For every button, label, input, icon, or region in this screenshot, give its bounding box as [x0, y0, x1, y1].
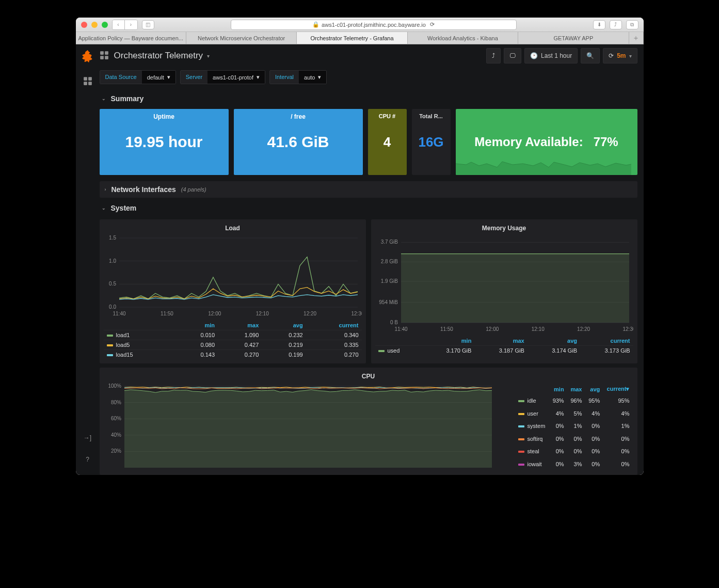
var-interval[interactable]: Interval auto▾	[269, 70, 327, 84]
browser-tab-1[interactable]: Network Microservice Orchestrator	[186, 32, 297, 44]
grafana-sidebar: →] ?	[76, 44, 100, 475]
browser-tab-2[interactable]: Orchestrator Telemetry - Grafana	[297, 32, 407, 44]
back-button[interactable]: ‹	[113, 20, 125, 29]
panel-title: Memory Usage	[375, 223, 633, 235]
var-data-source[interactable]: Data Source default▾	[100, 70, 176, 84]
panel-title: Uptime	[100, 113, 229, 120]
svg-text:0.0: 0.0	[109, 304, 116, 310]
lock-icon: 🔒	[312, 21, 319, 28]
panel-value: 77%	[594, 135, 618, 149]
traffic-lights	[81, 22, 108, 28]
chevron-down-icon: ▾	[167, 74, 170, 81]
url-bar[interactable]: 🔒 aws1-c01-protof.jsmithinc.poc.bayware.…	[231, 20, 517, 30]
svg-text:0 B: 0 B	[390, 320, 397, 325]
svg-text:80%: 80%	[110, 400, 121, 405]
forward-button[interactable]: ›	[125, 20, 137, 29]
svg-text:12:20: 12:20	[303, 311, 316, 316]
browser-tab-4[interactable]: GETAWAY APP	[518, 32, 629, 44]
chevron-down-icon[interactable]: ▾	[207, 53, 210, 59]
cpu-chart: 20%40%60%80%100%	[104, 383, 509, 471]
tabs-button[interactable]: ⧉	[626, 20, 638, 29]
load-legend: minmaxavgcurrent load10.0101.0900.2320.3…	[104, 321, 362, 359]
minimize-window-button[interactable]	[91, 22, 98, 28]
panel-value: 41.6 GiB	[267, 133, 329, 151]
zoom-window-button[interactable]	[102, 22, 108, 28]
panel-value: 19.95 hour	[125, 133, 202, 151]
downloads-button[interactable]: ⬇	[593, 20, 605, 29]
svg-text:3.7 GiB: 3.7 GiB	[380, 239, 398, 245]
reload-icon[interactable]: ⟳	[430, 21, 435, 28]
share-dashboard-button[interactable]: ⤴	[486, 48, 501, 63]
refresh-button[interactable]: ⟳5m▾	[603, 48, 637, 63]
svg-text:100%: 100%	[108, 383, 121, 389]
load-chart: 0.00.51.01.511:4011:5012:0012:1012:2012:…	[104, 235, 362, 317]
browser-tab-3[interactable]: Workload Analytics - Kibana	[408, 32, 518, 44]
system-panels-row1: Load 0.00.51.01.511:4011:5012:0012:1012:…	[100, 219, 637, 363]
chevron-down-icon: ▾	[257, 74, 260, 81]
chevron-right-icon: ›	[105, 187, 106, 192]
chevron-down-icon: ⌄	[102, 205, 106, 211]
var-label: Interval	[270, 71, 299, 84]
sparkline	[456, 154, 631, 175]
panel-memory-usage[interactable]: Memory Usage 0 B954 MiB1.9 GiB2.8 GiB3.7…	[371, 219, 637, 363]
url-text: aws1-c01-protof.jsmithinc.poc.bayware.io	[322, 22, 426, 28]
row-system-toggle[interactable]: ⌄ System	[100, 201, 637, 215]
monitor-icon: 🖵	[509, 52, 516, 59]
refresh-icon: ⟳	[609, 52, 614, 59]
dashboard-title[interactable]: Orchestrator Telemetry	[114, 51, 203, 61]
help-icon[interactable]: ?	[83, 454, 93, 465]
svg-text:20%: 20%	[110, 448, 121, 454]
panel-title: Total R...	[412, 113, 451, 119]
panel-memory-available[interactable]: Memory Available: 77%	[456, 109, 637, 175]
svg-text:40%: 40%	[110, 432, 121, 438]
memory-legend: minmaxavgcurrent used3.170 GiB3.187 GiB3…	[375, 336, 633, 355]
row-network-toggle[interactable]: › Network Interfaces (4 panels)	[100, 181, 637, 198]
svg-text:11:40: 11:40	[394, 326, 407, 332]
panel-cpu[interactable]: CPU 20%40%60%80%100% minmaxavgcurrent▾ i…	[100, 368, 637, 475]
panel-title: CPU #	[368, 113, 407, 119]
signin-icon[interactable]: →]	[83, 433, 93, 443]
svg-text:954 MiB: 954 MiB	[379, 299, 398, 305]
panel-title: / free	[234, 113, 363, 120]
panel-title: Load	[104, 223, 362, 235]
svg-rect-0	[84, 77, 87, 81]
var-value: aws1-c01-protof	[213, 74, 253, 81]
svg-text:12:10: 12:10	[255, 311, 268, 316]
panel-value: 16G	[418, 134, 443, 150]
panel-cpu-count[interactable]: CPU # 4	[368, 109, 407, 175]
var-server[interactable]: Server aws1-c01-protof▾	[180, 70, 265, 84]
template-variables: Data Source default▾ Server aws1-c01-pro…	[100, 67, 637, 91]
grafana-main: Orchestrator Telemetry ▾ ⤴ 🖵 🕑Last 1 hou…	[100, 44, 644, 475]
svg-text:12:10: 12:10	[531, 326, 544, 332]
tv-mode-button[interactable]: 🖵	[504, 48, 521, 63]
close-window-button[interactable]	[81, 22, 87, 28]
share-icon: ⤴	[492, 52, 495, 59]
row-summary-toggle[interactable]: ⌄ Summary	[100, 91, 637, 106]
titlebar: ‹ › ◫ 🔒 aws1-c01-protof.jsmithinc.poc.ba…	[76, 18, 644, 32]
var-value: auto	[304, 74, 315, 81]
panel-total-ram[interactable]: Total R... 16G	[412, 109, 451, 175]
share-button[interactable]: ⤴	[610, 20, 622, 29]
panel-load[interactable]: Load 0.00.51.01.511:4011:5012:0012:1012:…	[100, 219, 366, 363]
refresh-interval: 5m	[617, 52, 626, 59]
svg-text:12:30: 12:30	[622, 326, 633, 332]
svg-text:1.9 GiB: 1.9 GiB	[380, 278, 398, 284]
svg-rect-4	[100, 51, 104, 55]
panel-uptime[interactable]: Uptime 19.95 hour	[100, 109, 229, 175]
clock-icon: 🕑	[530, 52, 538, 59]
sidebar-toggle-button[interactable]: ◫	[142, 20, 154, 29]
svg-rect-7	[105, 56, 108, 59]
grafana-header: Orchestrator Telemetry ▾ ⤴ 🖵 🕑Last 1 hou…	[100, 44, 637, 67]
dashboards-icon[interactable]	[83, 76, 93, 86]
time-range-button[interactable]: 🕑Last 1 hour	[524, 48, 578, 63]
panel-free[interactable]: / free 41.6 GiB	[234, 109, 363, 175]
zoom-out-button[interactable]: 🔍	[581, 48, 600, 63]
chevron-down-icon: ▾	[629, 53, 632, 59]
new-tab-button[interactable]: ＋	[629, 32, 644, 44]
browser-tab-0[interactable]: Application Policy — Bayware documen...	[76, 32, 186, 44]
grafana-logo-icon[interactable]	[81, 50, 94, 65]
svg-rect-38	[401, 254, 629, 323]
svg-text:12:20: 12:20	[577, 326, 590, 332]
svg-text:11:40: 11:40	[113, 311, 125, 316]
svg-rect-2	[84, 82, 87, 85]
